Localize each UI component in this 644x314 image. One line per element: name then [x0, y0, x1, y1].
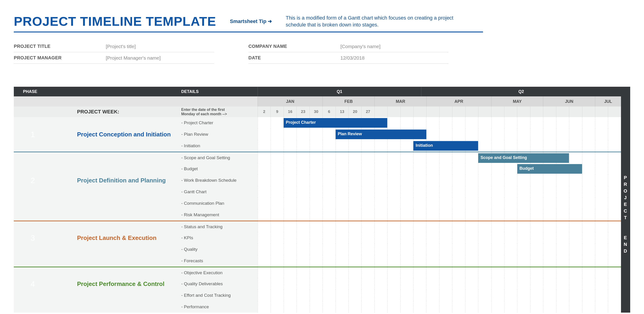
- project-title-label: PROJECT TITLE: [14, 44, 106, 49]
- project-manager-value[interactable]: [Project Manager's name]: [106, 55, 161, 61]
- date-value[interactable]: 12/03/2018: [340, 55, 364, 61]
- date-label: DATE: [248, 55, 340, 60]
- month-jun: JUN: [543, 96, 595, 106]
- task-detail: - Objective Execution: [180, 267, 258, 278]
- week-cell: [595, 106, 608, 117]
- task-detail: - Risk Management: [180, 209, 258, 220]
- quarter-q2: Q2: [421, 87, 621, 96]
- task-detail: - Quality Deliverables: [180, 278, 258, 290]
- project-manager-label: PROJECT MANAGER: [14, 55, 106, 60]
- task-detail: - Gantt Chart: [180, 186, 258, 198]
- phase-number: 1: [14, 128, 52, 140]
- month-feb: FEB: [322, 96, 374, 106]
- project-title-value[interactable]: [Project's title]: [106, 44, 136, 49]
- meta-section: PROJECT TITLE [Project's title] PROJECT …: [14, 41, 630, 64]
- task-detail: - Work Breakdown Schedule: [180, 174, 258, 186]
- gantt-bar[interactable]: Project Charter: [284, 118, 387, 128]
- project-end-label: PROJECT END: [621, 117, 630, 312]
- week-cell: [504, 106, 517, 117]
- smartsheet-tip-link[interactable]: Smartsheet Tip ➜: [230, 18, 272, 24]
- task-detail: - Performance: [180, 301, 258, 312]
- task-detail: - Status and Tracking: [180, 221, 258, 232]
- task-detail: - Effort and Cost Tracking: [180, 290, 258, 301]
- month-apr: APR: [426, 96, 491, 106]
- week-cell: [478, 106, 491, 117]
- phase-header: PHASE: [14, 87, 52, 96]
- task-detail: - Plan Review: [180, 128, 258, 140]
- week-cell: [439, 106, 452, 117]
- phase-number: 2: [14, 174, 52, 186]
- details-header: DETAILS: [180, 87, 258, 96]
- week-cell: [569, 106, 582, 117]
- week-cell: 13: [336, 106, 348, 117]
- week-cell: [374, 106, 387, 117]
- week-cell: [426, 106, 439, 117]
- week-cell: [387, 106, 400, 117]
- week-cell: 16: [284, 106, 296, 117]
- task-detail: - Initiation: [180, 140, 258, 152]
- week-cell: 6: [322, 106, 335, 117]
- project-week-hint: Enter the date of the first Monday of ea…: [180, 106, 258, 117]
- week-cell: [556, 106, 569, 117]
- week-cell: [413, 106, 426, 117]
- week-cell: 27: [361, 106, 374, 117]
- gantt-bar[interactable]: Initiation: [413, 141, 478, 151]
- week-cell: [452, 106, 465, 117]
- page-header: PROJECT TIMELINE TEMPLATE Smartsheet Tip…: [14, 14, 483, 32]
- week-cell: 30: [310, 106, 322, 117]
- company-name-label: COMPANY NAME: [248, 44, 340, 49]
- week-cell: [530, 106, 543, 117]
- week-cell: [517, 106, 530, 117]
- gantt-bar[interactable]: Plan Review: [336, 130, 426, 139]
- month-mar: MAR: [374, 96, 426, 106]
- phase-number: 4: [14, 278, 52, 290]
- task-detail: - Scope and Goal Setting: [180, 152, 258, 163]
- gantt-bar[interactable]: Scope and Goal Setting: [478, 153, 569, 163]
- week-cell: 23: [296, 106, 309, 117]
- month-jan: JAN: [258, 96, 322, 106]
- week-cell: [400, 106, 413, 117]
- phase-number: 3: [14, 232, 52, 244]
- task-detail: - Forecasts: [180, 255, 258, 266]
- task-detail: - KPIs: [180, 232, 258, 244]
- month-may: MAY: [491, 96, 543, 106]
- phase-name: Project Launch & Execution: [52, 232, 180, 244]
- tip-description: This is a modified form of a Gantt chart…: [286, 14, 456, 28]
- week-cell: [582, 106, 595, 117]
- phase-name: Project Conception and Initiation: [52, 128, 180, 140]
- task-detail: - Project Charter: [180, 117, 258, 128]
- task-detail: - Communication Plan: [180, 198, 258, 209]
- week-cell: [465, 106, 478, 117]
- task-detail: - Quality: [180, 244, 258, 255]
- phase-name: Project Performance & Control: [52, 278, 180, 290]
- week-cell: [491, 106, 504, 117]
- week-cell: [543, 106, 556, 117]
- page-title: PROJECT TIMELINE TEMPLATE: [14, 14, 216, 29]
- task-detail: - Budget: [180, 163, 258, 174]
- company-name-value[interactable]: [Company's name]: [340, 44, 380, 49]
- week-cell: 2: [258, 106, 270, 117]
- month-jul: JUL: [595, 96, 621, 106]
- week-cell: 20: [348, 106, 361, 117]
- week-cell: 9: [270, 106, 283, 117]
- gantt-table: PHASE DETAILS Q1 Q2 JANFEBMARAPRMAYJUNJU…: [14, 87, 630, 312]
- phase-name: Project Definition and Planning: [52, 174, 180, 186]
- project-week-label: PROJECT WEEK:: [52, 106, 180, 117]
- gantt-bar[interactable]: Budget: [517, 164, 582, 174]
- week-cell: [608, 106, 621, 117]
- quarter-q1: Q1: [258, 87, 421, 96]
